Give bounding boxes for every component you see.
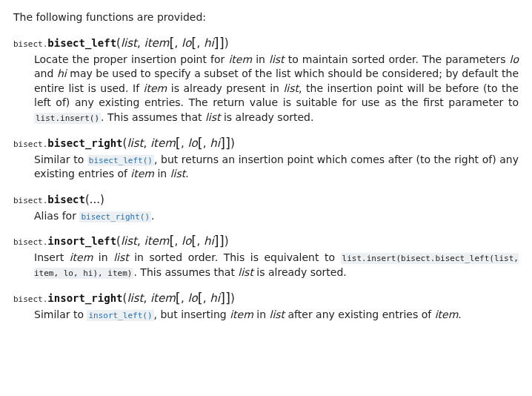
function-signature: bisect.insort_left(list, item[, lo[, hi]… xyxy=(13,234,519,249)
module-prefix: bisect. xyxy=(13,237,47,247)
module-prefix: bisect. xyxy=(13,139,47,149)
function-description: Similar to insort_left(), but inserting … xyxy=(34,308,519,323)
module-prefix: bisect. xyxy=(13,294,47,304)
function-insort_right: bisect.insort_right(list, item[, lo[, hi… xyxy=(13,291,519,323)
function-description: Locate the proper insertion point for it… xyxy=(34,53,519,125)
function-description: Alias for bisect_right(). xyxy=(34,209,519,224)
function-name: insort_right xyxy=(47,292,122,304)
link-bisect-left[interactable]: bisect_left() xyxy=(87,155,154,166)
function-name: bisect_right xyxy=(47,137,122,149)
function-signature: bisect.bisect_right(list, item[, lo[, hi… xyxy=(13,136,519,151)
function-params: (list, item[, lo[, hi]]) xyxy=(123,136,235,150)
module-prefix: bisect. xyxy=(13,196,47,205)
function-insort_left: bisect.insort_left(list, item[, lo[, hi]… xyxy=(13,234,519,280)
function-signature: bisect.bisect_left(list, item[, lo[, hi]… xyxy=(13,36,519,51)
function-bisect_left: bisect.bisect_left(list, item[, lo[, hi]… xyxy=(13,36,519,125)
function-name: bisect xyxy=(47,194,85,205)
function-name: insort_left xyxy=(47,235,116,247)
function-bisect_right: bisect.bisect_right(list, item[, lo[, hi… xyxy=(13,136,519,182)
link-insort-left[interactable]: insort_left() xyxy=(87,310,153,321)
function-params: (...) xyxy=(85,193,104,206)
function-params: (list, item[, lo[, hi]]) xyxy=(116,234,228,248)
function-description: Similar to bisect_left(), but returns an… xyxy=(34,153,519,182)
intro-text: The following functions are provided: xyxy=(13,10,519,25)
function-params: (list, item[, lo[, hi]]) xyxy=(116,36,228,50)
module-prefix: bisect. xyxy=(13,39,47,49)
function-params: (list, item[, lo[, hi]]) xyxy=(123,291,235,305)
function-name: bisect_left xyxy=(47,37,116,49)
link-bisect-right[interactable]: bisect_right() xyxy=(79,211,151,222)
function-signature: bisect.insort_right(list, item[, lo[, hi… xyxy=(13,291,519,306)
function-bisect: bisect.bisect(...)Alias for bisect_right… xyxy=(13,192,519,224)
function-signature: bisect.bisect(...) xyxy=(13,192,519,208)
function-description: Insert item in list in sorted order. Thi… xyxy=(34,251,519,280)
